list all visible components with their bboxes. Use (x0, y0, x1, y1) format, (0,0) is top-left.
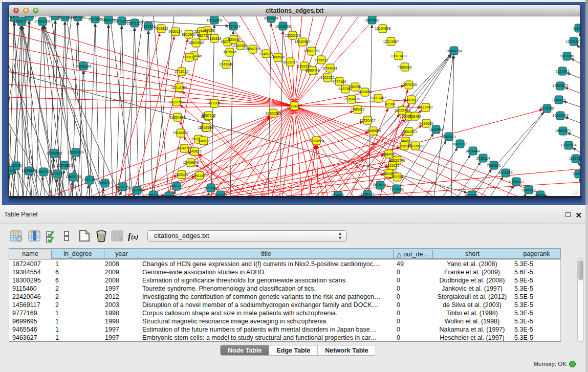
svg-text:17359924: 17359924 (68, 150, 83, 154)
svg-text:19166827: 19166827 (172, 131, 188, 135)
svg-text:15720407: 15720407 (359, 119, 375, 122)
svg-text:19384554: 19384554 (308, 139, 324, 143)
svg-text:2718126: 2718126 (175, 70, 188, 73)
svg-text:9242848: 9242848 (219, 62, 233, 66)
svg-text:8471676: 8471676 (498, 171, 512, 174)
svg-text:10654112: 10654112 (509, 180, 525, 184)
svg-text:7663822: 7663822 (154, 27, 168, 30)
svg-text:16543362: 16543362 (188, 41, 204, 45)
svg-text:21364436: 21364436 (343, 97, 359, 101)
svg-text:989612: 989612 (183, 55, 195, 59)
svg-text:14136141: 14136141 (372, 183, 388, 187)
svg-text:10975692: 10975692 (407, 144, 423, 148)
svg-text:7357224: 7357224 (226, 25, 240, 28)
svg-text:9084067: 9084067 (382, 152, 396, 156)
svg-text:12093873: 12093873 (552, 84, 568, 87)
svg-text:982751: 982751 (197, 34, 209, 37)
svg-text:7515526: 7515526 (141, 25, 155, 28)
svg-text:7731542: 7731542 (162, 194, 176, 196)
svg-text:8322037: 8322037 (283, 60, 297, 64)
svg-text:12942757: 12942757 (35, 170, 51, 173)
svg-text:9457791: 9457791 (169, 184, 183, 188)
svg-text:20053346: 20053346 (75, 64, 91, 68)
svg-text:18724007: 18724007 (286, 104, 302, 108)
svg-text:62160: 62160 (385, 102, 395, 106)
svg-text:6679197: 6679197 (453, 142, 467, 146)
svg-text:17016504: 17016504 (560, 143, 576, 147)
svg-text:20691406: 20691406 (34, 19, 50, 23)
svg-text:746266: 746266 (349, 85, 361, 89)
svg-text:1549822: 1549822 (187, 149, 201, 153)
svg-text:7625402: 7625402 (175, 173, 188, 177)
svg-text:9245652: 9245652 (521, 188, 535, 192)
svg-text:111264: 111264 (573, 27, 580, 30)
svg-text:2069141: 2069141 (22, 16, 36, 18)
svg-text:3875685: 3875685 (223, 50, 236, 54)
svg-text:16210643: 16210643 (552, 114, 568, 117)
svg-text:16154838: 16154838 (375, 27, 390, 30)
svg-text:19692971: 19692971 (555, 129, 571, 133)
svg-text:7986322: 7986322 (351, 107, 364, 111)
svg-text:7632621: 7632621 (487, 164, 500, 167)
svg-text:8215958: 8215958 (540, 106, 554, 110)
svg-text:11156829: 11156829 (21, 169, 37, 172)
svg-text:904512: 904512 (198, 139, 209, 143)
svg-text:8912954: 8912954 (182, 33, 195, 36)
svg-text:16782759: 16782759 (115, 185, 130, 189)
svg-text:1244415: 1244415 (552, 98, 565, 102)
svg-text:3267130: 3267130 (202, 114, 215, 117)
svg-text:12325419: 12325419 (285, 34, 300, 37)
svg-text:19654923: 19654923 (401, 130, 417, 134)
svg-text:19654923: 19654923 (169, 116, 185, 119)
svg-text:1733426: 1733426 (389, 187, 403, 191)
svg-text:16961758: 16961758 (303, 49, 319, 53)
svg-text:15409948: 15409948 (183, 161, 199, 164)
svg-text:1953594: 1953594 (199, 126, 213, 129)
svg-text:1527602: 1527602 (88, 17, 102, 21)
svg-text:6794024: 6794024 (323, 67, 337, 70)
svg-text:10973493: 10973493 (390, 54, 406, 58)
svg-text:18640910: 18640910 (294, 40, 310, 43)
svg-text:15751074: 15751074 (565, 40, 580, 43)
svg-text:1046121: 1046121 (360, 192, 374, 196)
svg-text:19218506: 19218506 (275, 25, 291, 28)
svg-text:12323446: 12323446 (129, 188, 145, 192)
svg-text:12213987: 12213987 (383, 40, 399, 43)
svg-text:16914479: 16914479 (191, 174, 207, 178)
svg-text:8454749: 8454749 (246, 47, 259, 51)
svg-text:1621022: 1621022 (320, 76, 334, 79)
svg-text:3624554: 3624554 (358, 90, 372, 94)
svg-text:2935114: 2935114 (476, 157, 490, 160)
svg-text:758484: 758484 (409, 115, 421, 118)
svg-text:391547: 391547 (9, 169, 16, 172)
svg-text:905731: 905731 (147, 193, 159, 196)
svg-text:10688609: 10688609 (365, 129, 381, 133)
svg-text:9474444: 9474444 (466, 149, 480, 153)
svg-text:417006: 417006 (208, 101, 220, 105)
svg-text:(x): (x) (131, 233, 138, 240)
svg-text:9777169: 9777169 (332, 80, 346, 83)
svg-text:1640954: 1640954 (429, 128, 443, 132)
svg-text:16648794: 16648794 (446, 49, 462, 53)
svg-text:8990448: 8990448 (306, 69, 319, 72)
svg-text:9115460: 9115460 (419, 105, 433, 109)
svg-text:20206556: 20206556 (46, 151, 62, 155)
svg-text:12505135: 12505135 (65, 175, 81, 179)
svg-text:7485086: 7485086 (398, 65, 411, 69)
svg-text:930546: 930546 (228, 38, 239, 41)
svg-text:946554: 946554 (534, 193, 546, 196)
svg-text:19300293: 19300293 (265, 112, 281, 115)
svg-text:13716485: 13716485 (203, 186, 219, 190)
svg-text:252254: 252254 (391, 175, 403, 179)
svg-text:16107552: 16107552 (168, 100, 184, 104)
svg-text:8714261: 8714261 (465, 193, 478, 196)
svg-text:1588520: 1588520 (271, 55, 285, 59)
svg-text:10958117: 10958117 (97, 181, 113, 185)
svg-text:9699695: 9699695 (419, 122, 433, 125)
svg-text:9463627: 9463627 (404, 98, 418, 102)
svg-text:10807487: 10807487 (370, 96, 386, 100)
svg-text:9329966: 9329966 (560, 54, 574, 58)
svg-text:104510: 104510 (573, 172, 580, 176)
svg-text:12975135: 12975135 (401, 83, 417, 86)
svg-text:8813054: 8813054 (264, 16, 278, 20)
